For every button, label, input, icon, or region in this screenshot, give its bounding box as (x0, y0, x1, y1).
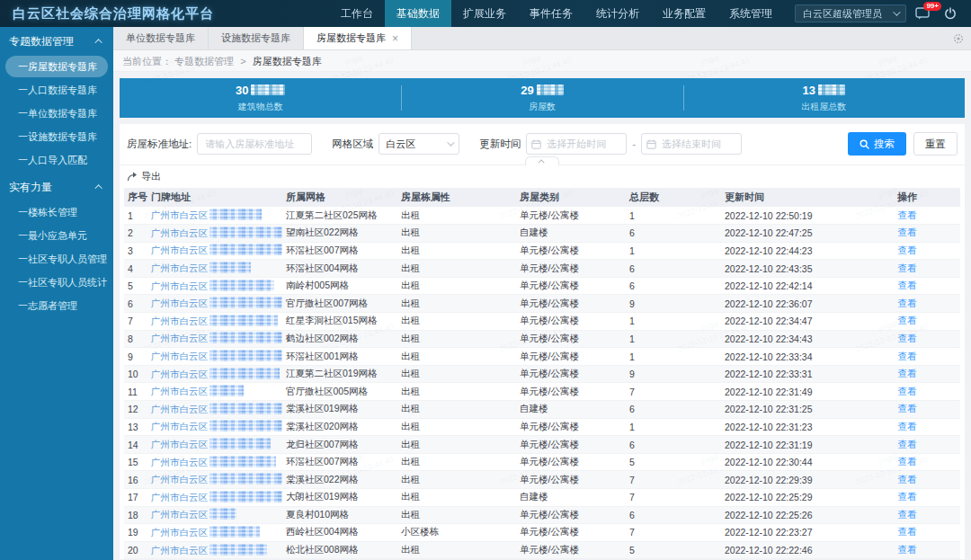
redacted-address (209, 473, 282, 484)
view-link[interactable]: 查看 (898, 262, 917, 273)
cell-floors: 5 (626, 453, 721, 471)
cell-address: 广州市白云区 (147, 383, 282, 401)
cell-action: 查看 (854, 418, 960, 436)
chevron-up-icon (538, 159, 544, 165)
cell-floors: 1 (626, 242, 721, 260)
view-link[interactable]: 查看 (898, 526, 917, 537)
sidebar-item[interactable]: 一楼栋长管理 (5, 201, 108, 223)
cell-updated: 2022-12-10 22:23:27 (721, 524, 854, 542)
end-date-input[interactable] (641, 133, 742, 155)
address-input[interactable] (197, 133, 312, 155)
view-link[interactable]: 查看 (898, 474, 917, 484)
column-header: 更新时间 (721, 188, 854, 207)
view-link[interactable]: 查看 (898, 209, 917, 220)
user-dropdown[interactable]: 白云区超级管理员 (795, 4, 906, 22)
tab-options-button[interactable] (953, 33, 964, 47)
nav-item[interactable]: 扩展业务 (451, 0, 518, 27)
nav-item[interactable]: 统计分析 (584, 0, 651, 27)
cell-floors: 6 (626, 436, 721, 454)
sidebar-section-title[interactable]: 实有力量 (0, 174, 113, 200)
redacted-value (537, 84, 564, 95)
update-time-label: 更新时间 (479, 138, 521, 151)
cell-type: 单元楼/公寓楼 (516, 295, 626, 313)
table-row: 3广州市白云区环滘社区007网格出租单元楼/公寓楼12022-12-10 22:… (124, 242, 960, 260)
view-link[interactable]: 查看 (898, 386, 917, 396)
view-link[interactable]: 查看 (898, 227, 917, 237)
view-link[interactable]: 查看 (898, 491, 917, 502)
address-prefix: 广州市白云区 (151, 404, 208, 414)
cell-attr: 出租 (397, 313, 516, 331)
table-body: 1广州市白云区江夏第二社区025网格出租单元楼/公寓楼12022-12-10 2… (124, 207, 960, 559)
sidebar: 专题数据管理一房屋数据专题库一人口数据专题库一单位数据专题库一设施数据专题库一人… (0, 27, 113, 560)
view-link[interactable]: 查看 (898, 403, 917, 413)
view-link[interactable]: 查看 (898, 421, 917, 431)
close-icon[interactable] (392, 32, 398, 45)
view-link[interactable]: 查看 (898, 351, 917, 361)
sidebar-item[interactable]: 一社区专职人员统计 (5, 271, 108, 293)
nav-item[interactable]: 业务配置 (651, 0, 717, 27)
table-row: 14广州市白云区龙归社区007网格出租单元楼/公寓楼62022-12-10 22… (124, 436, 960, 454)
search-button[interactable]: 搜索 (848, 132, 906, 156)
sidebar-section: 专题数据管理一房屋数据专题库一人口数据专题库一单位数据专题库一设施数据专题库一人… (0, 27, 113, 171)
logout-button[interactable] (944, 7, 957, 20)
nav-item[interactable]: 系统管理 (717, 0, 784, 27)
reset-button[interactable]: 重置 (913, 132, 958, 156)
view-link[interactable]: 查看 (898, 280, 917, 290)
view-link[interactable]: 查看 (898, 244, 917, 255)
address-prefix: 广州市白云区 (151, 369, 208, 379)
view-link[interactable]: 查看 (898, 368, 917, 378)
tab[interactable]: 设施数据专题库 (209, 27, 304, 49)
collapse-filter-button[interactable] (525, 156, 559, 165)
cell-index: 5 (124, 277, 147, 295)
sidebar-item[interactable]: 一房屋数据专题库 (5, 56, 108, 77)
sidebar-item[interactable]: 一人口导入匹配 (5, 149, 108, 171)
grid-area-select[interactable]: 白云区 (379, 133, 459, 155)
cell-attr: 出租 (397, 260, 516, 278)
start-date-wrap (526, 133, 627, 155)
notification-badge: 99+ (923, 2, 941, 11)
start-date-input[interactable] (526, 133, 627, 155)
view-link[interactable]: 查看 (898, 456, 917, 467)
cell-action: 查看 (854, 436, 960, 454)
redacted-address (209, 297, 282, 308)
tab[interactable]: 房屋数据专题库 (304, 27, 412, 49)
sidebar-item[interactable]: 一设施数据专题库 (5, 126, 108, 147)
view-link[interactable]: 查看 (898, 298, 917, 308)
breadcrumb-section: 专题数据管理 (174, 56, 234, 67)
nav-item[interactable]: 事件任务 (518, 0, 584, 27)
breadcrumb-prefix: 当前位置： (122, 56, 172, 67)
view-link[interactable]: 查看 (898, 315, 917, 325)
cell-address: 广州市白云区 (147, 489, 282, 507)
view-link[interactable]: 查看 (898, 439, 917, 449)
cell-grid: 大朗社区019网格 (282, 489, 397, 507)
cell-grid: 龙归社区007网格 (282, 436, 397, 454)
view-link[interactable]: 查看 (898, 333, 917, 343)
sidebar-item[interactable]: 一社区专职人员管理 (5, 248, 108, 270)
cell-attr: 出租 (397, 401, 516, 419)
sidebar-item[interactable]: 一单位数据专题库 (5, 102, 108, 124)
cell-action: 查看 (854, 207, 960, 225)
nav-item[interactable]: 基础数据 (385, 0, 451, 27)
sidebar-section-title[interactable]: 专题数据管理 (0, 29, 113, 54)
messages-button[interactable]: 99+ (915, 7, 930, 20)
power-icon (944, 7, 957, 20)
nav-item[interactable]: 工作台 (329, 0, 385, 27)
column-header: 所属网格 (282, 188, 397, 207)
table-row: 15广州市白云区环滘社区007网格出租单元楼/公寓楼52022-12-10 22… (124, 453, 960, 471)
sidebar-item[interactable]: 一最小应急单元 (5, 225, 108, 246)
address-prefix: 广州市白云区 (151, 298, 208, 308)
cell-attr: 出租 (397, 295, 516, 313)
tab[interactable]: 单位数据专题库 (113, 27, 209, 49)
view-link[interactable]: 查看 (898, 544, 917, 555)
address-prefix: 广州市白云区 (151, 545, 208, 556)
address-prefix: 广州市白云区 (151, 492, 208, 502)
column-header: 房屋类别 (516, 188, 626, 207)
address-prefix: 广州市白云区 (151, 316, 208, 326)
cell-index: 18 (124, 506, 147, 524)
sidebar-item[interactable]: 一志愿者管理 (5, 295, 108, 316)
sidebar-item[interactable]: 一人口数据专题库 (5, 79, 108, 101)
search-button-label: 搜索 (874, 138, 895, 151)
export-button[interactable]: 导出 (127, 170, 161, 183)
view-link[interactable]: 查看 (898, 509, 917, 520)
redacted-value (818, 84, 845, 95)
